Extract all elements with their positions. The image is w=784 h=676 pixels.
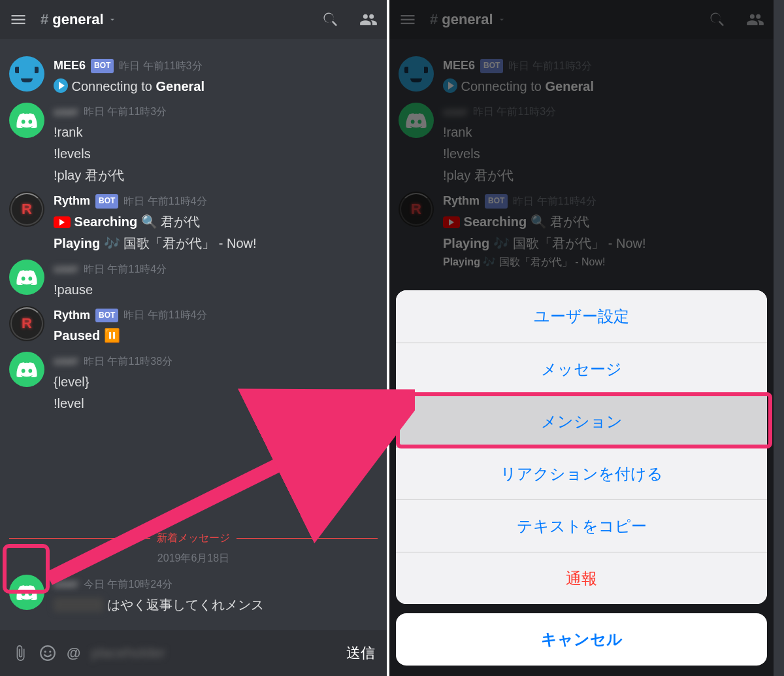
- message-timestamp: 昨日 午前11時3分: [119, 58, 202, 75]
- message-composer: @ placeholder 送信: [0, 630, 387, 676]
- message-author[interactable]: user: [54, 260, 78, 279]
- message-content: !rank: [54, 122, 378, 143]
- message-content: Playing 🎶 国歌「君が代」 - Now!: [54, 233, 378, 254]
- avatar[interactable]: [9, 103, 44, 138]
- send-button[interactable]: 送信: [346, 643, 375, 663]
- avatar[interactable]: [9, 260, 44, 295]
- message-timestamp: 昨日 午前11時3分: [84, 103, 167, 120]
- message[interactable]: user昨日 午前11時38分{level}!level: [0, 348, 387, 416]
- message-content: !level: [54, 393, 378, 414]
- svg-point-0: [41, 646, 55, 660]
- chevron-down-icon: [108, 15, 117, 24]
- attachment-icon[interactable]: [12, 645, 29, 662]
- message-content: !levels: [54, 143, 378, 165]
- action-sheet-item[interactable]: テキストをコピー: [396, 499, 767, 552]
- chat-header: # general: [0, 0, 387, 39]
- composer-input[interactable]: placeholder: [91, 645, 336, 662]
- message-author[interactable]: user: [54, 352, 78, 371]
- message[interactable]: MEE6BOT昨日 午前11時3分 Connecting to General: [0, 52, 387, 99]
- message-list[interactable]: MEE6BOT昨日 午前11時3分 Connecting to Generalu…: [0, 39, 387, 524]
- svg-point-2: [49, 651, 51, 652]
- message-content: {level}: [54, 371, 378, 393]
- screen-right: # general MEE6BOT昨日 午前11時3分 Connecting t…: [387, 0, 774, 676]
- channel-title[interactable]: # general: [41, 11, 308, 28]
- svg-point-1: [44, 651, 46, 652]
- date-divider: 2019年6月18日: [0, 552, 387, 566]
- emoji-icon[interactable]: [39, 645, 56, 662]
- message[interactable]: RRythmBOT昨日 午前11時4分Paused ⏸️: [0, 302, 387, 348]
- highlight-avatar-annotation: [3, 544, 50, 594]
- message-author[interactable]: MEE6: [54, 56, 86, 76]
- message-content: !pause: [54, 279, 378, 301]
- message-author[interactable]: Rythm: [54, 306, 90, 326]
- action-sheet-cancel[interactable]: キャンセル: [396, 613, 767, 666]
- message-content: Connecting to General: [54, 76, 378, 97]
- message[interactable]: user昨日 午前11時4分!pause: [0, 256, 387, 302]
- message-timestamp: 昨日 午前11時4分: [123, 307, 206, 324]
- message-timestamp: 今日 午前10時24分: [84, 576, 172, 593]
- avatar[interactable]: R: [9, 306, 44, 341]
- action-sheet-item[interactable]: 通報: [396, 552, 767, 604]
- search-icon[interactable]: [321, 10, 340, 29]
- message-content: Searching 🔍 君が代: [54, 211, 378, 233]
- action-sheet-item[interactable]: メッセージ: [396, 343, 767, 395]
- message-author[interactable]: user: [54, 103, 78, 122]
- avatar[interactable]: [9, 56, 44, 92]
- bot-tag: BOT: [95, 309, 118, 323]
- message[interactable]: RRythmBOT昨日 午前11時4分 Searching 🔍 君が代Playi…: [0, 188, 387, 256]
- message-content: !play 君が代: [54, 165, 378, 186]
- message-content: はやく返事してくれメンス: [54, 594, 378, 616]
- message-timestamp: 昨日 午前11時38分: [84, 353, 172, 370]
- message-author[interactable]: Rythm: [54, 192, 90, 211]
- screen-left: # general MEE6BOT昨日 午前11時3分 Connecting t…: [0, 0, 387, 676]
- message[interactable]: user 今日 午前10時24分 はやく返事してくれメンス: [0, 571, 387, 617]
- message-timestamp: 昨日 午前11時4分: [84, 261, 167, 278]
- message[interactable]: user昨日 午前11時3分!rank!levels!play 君が代: [0, 99, 387, 188]
- action-sheet-item[interactable]: リアクションを付ける: [396, 447, 767, 499]
- menu-icon[interactable]: [9, 10, 27, 29]
- avatar[interactable]: [9, 352, 44, 387]
- youtube-icon: [54, 216, 71, 228]
- message-author[interactable]: user: [54, 575, 78, 594]
- message-timestamp: 昨日 午前11時4分: [123, 193, 206, 210]
- play-icon: [54, 78, 68, 93]
- action-sheet: ユーザー設定メッセージメンションリアクションを付けるテキストをコピー通報 キャン…: [396, 290, 767, 666]
- hash-icon: #: [41, 11, 48, 28]
- message-content: Paused ⏸️: [54, 325, 378, 346]
- mention-prefix: @: [67, 645, 80, 662]
- channel-name: general: [52, 11, 103, 28]
- avatar[interactable]: R: [9, 192, 44, 227]
- bot-tag: BOT: [91, 59, 114, 73]
- action-sheet-item[interactable]: メンション: [396, 395, 767, 447]
- members-icon[interactable]: [359, 10, 378, 29]
- bot-tag: BOT: [95, 194, 118, 209]
- new-messages-divider: 新着メッセージ: [9, 532, 378, 545]
- action-sheet-item[interactable]: ユーザー設定: [396, 290, 767, 343]
